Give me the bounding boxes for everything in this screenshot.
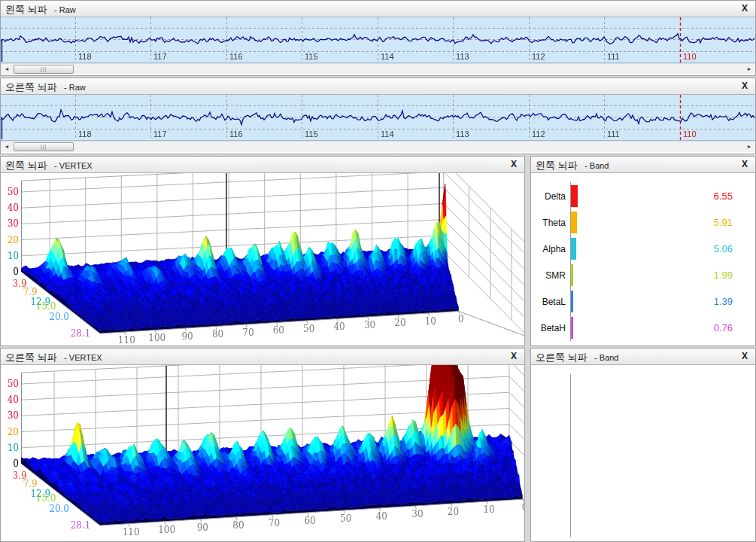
panel-title: 왼쪽 뇌파 [5,160,47,171]
band-bar [571,185,578,207]
close-icon[interactable]: X [739,349,751,364]
panel-subtitle: - VERTEX [64,353,102,362]
panel-title: 왼쪽 뇌파 [536,160,578,171]
close-icon[interactable]: X [739,157,751,172]
raw-chart-left [1,17,755,63]
vertex-panel-left: 왼쪽 뇌파 - VERTEX X [0,156,525,346]
band-label: Delta [531,191,566,202]
raw-chart-right [1,95,755,141]
vertex-panel-left-titlebar: 왼쪽 뇌파 - VERTEX X [1,157,524,173]
panel-subtitle: - Band [594,353,618,362]
band-panel-0: 왼쪽 뇌파 - Band X Delta6.55Theta5.91Alpha5.… [530,156,756,346]
panel-title: 오른쪽 뇌파 [536,352,587,363]
band-panel-left-titlebar: 왼쪽 뇌파 - Band X [531,157,755,173]
band-value: 1.39 [714,296,733,307]
raw-panel-right-titlebar: 오른쪽 뇌파 - Raw X [1,78,755,95]
scroll-right-icon[interactable]: ► [744,142,754,152]
panel-title: 왼쪽 뇌파 [5,4,47,15]
band-bar [571,238,576,260]
scroll-left-icon[interactable]: ◄ [2,64,12,75]
band-panel-1: 오른쪽 뇌파 - Band X [530,348,756,542]
scrollbar-thumb[interactable]: ||| [14,142,74,151]
band-rows: Delta6.55Theta5.91Alpha5.06SMR1.99BetaL1… [531,183,755,341]
close-icon[interactable]: X [739,78,751,94]
vertex-panel-right-titlebar: 오른쪽 뇌파 - VERTEX X [1,349,524,365]
band-panel-right-titlebar: 오른쪽 뇌파 - Band X [531,349,755,365]
raw-scrollbar-left[interactable]: ◄ ||| ► [1,63,755,75]
scrollbar-thumb[interactable]: ||| [14,65,74,74]
raw-wave-canvas-right [1,95,755,140]
raw-panel-right: 오른쪽 뇌파 - Raw X ◄ ||| ► [0,78,756,154]
panel-subtitle: - Raw [54,5,76,14]
vertex-3d-canvas-right [1,365,524,541]
band-value: 1.99 [714,269,733,281]
close-icon[interactable]: X [739,1,751,17]
band-body [531,365,755,541]
panel-subtitle: - Band [584,161,609,170]
band-row-alpha: Alpha5.06 [531,236,755,262]
close-icon[interactable]: X [508,349,520,364]
vertex-3d-canvas-left [1,173,524,346]
vertex-panel-right: 오른쪽 뇌파 - VERTEX X [0,348,525,542]
band-row-smr: SMR1.99 [531,262,755,288]
raw-panel-left-titlebar: 왼쪽 뇌파 - Raw X [1,1,755,17]
band-bar [571,317,573,339]
band-row-delta: Delta6.55 [531,183,755,209]
band-value: 5.06 [714,243,733,254]
band-value: 0.76 [714,322,733,333]
band-label: BetaL [531,297,566,307]
raw-wave-canvas-left [1,17,755,62]
band-row-betah: BetaH0.76 [531,315,755,341]
band-bar [571,212,577,233]
raw-panel-left: 왼쪽 뇌파 - Raw X ◄ ||| ► [0,0,756,76]
vertex-3d-left [1,173,524,346]
band-row-theta: Theta5.91 [531,209,755,236]
scroll-right-icon[interactable]: ► [744,64,754,75]
panel-title: 오른쪽 뇌파 [5,81,57,93]
vertex-3d-right [1,365,524,541]
eeg-app-window: 왼쪽 뇌파 - Raw X ◄ ||| ► 오른쪽 뇌파 - Raw X ◄ |… [0,0,756,542]
band-label: BetaH [531,323,566,333]
scroll-left-icon[interactable]: ◄ [2,142,12,152]
band-bar [571,264,573,286]
band-row-betal: BetaL1.39 [531,288,755,315]
panel-subtitle: - Raw [64,83,86,92]
band-value: 5.91 [714,217,733,228]
band-label: SMR [531,270,566,281]
band-label: Alpha [531,244,566,254]
panel-title: 오른쪽 뇌파 [5,352,57,363]
band-axis-line [570,374,571,537]
band-bar [571,291,573,312]
band-body: Delta6.55Theta5.91Alpha5.06SMR1.99BetaL1… [531,173,755,346]
band-value: 6.55 [714,190,733,202]
close-icon[interactable]: X [508,157,520,172]
raw-scrollbar-right[interactable]: ◄ ||| ► [1,141,755,152]
band-label: Theta [531,218,566,228]
panel-subtitle: - VERTEX [54,161,93,170]
